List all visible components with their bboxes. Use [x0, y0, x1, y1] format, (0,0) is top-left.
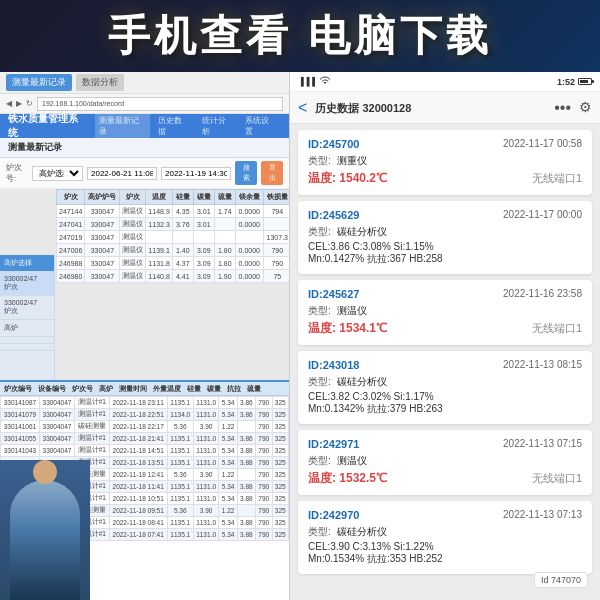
card-date-5: 2022-11-13 07:15 — [503, 438, 582, 450]
nav-forward-btn[interactable]: ▶ — [16, 99, 22, 108]
time-text: 1:52 — [557, 77, 575, 87]
mobile-cards: ID:245700 2022-11-17 00:58 类型: 测重仪 温度: 1… — [290, 124, 600, 600]
settings-icon[interactable]: ⚙ — [579, 99, 592, 117]
id-badge-text: Id 747070 — [541, 575, 581, 585]
signal-icon: ▐▐▐ — [298, 77, 315, 86]
table-row: 246988 330047 测温仪 1131.8 4.37 3.09 1.80 … — [57, 257, 290, 270]
card-port-1: 无线端口1 — [532, 171, 582, 186]
table-row: 246980 330047 测温仪 1140.8 4.41 3.09 1.90 … — [57, 270, 290, 283]
data-card-1[interactable]: ID:245700 2022-11-17 00:58 类型: 测重仪 温度: 1… — [298, 130, 592, 195]
sidebar-item-5[interactable] — [0, 337, 54, 344]
col-blast-furnace: 高炉炉号 — [85, 190, 120, 205]
history-label: 历史数据 32000128 — [315, 102, 411, 114]
card-type-row-3: 类型: 测温仪 — [308, 304, 582, 318]
data-card-5[interactable]: ID:242971 2022-11-13 07:15 类型: 测温仪 温度: 1… — [298, 430, 592, 495]
data-card-2[interactable]: ID:245629 2022-11-17 00:00 类型: 碳硅分析仪 CEL… — [298, 201, 592, 274]
card-type-row-5: 类型: 测温仪 — [308, 454, 582, 468]
right-panel: ▐▐▐ 1:52 < — [290, 72, 600, 600]
table-row: 33014106133004047碳硅测量2022-11-18 22:175.3… — [1, 421, 289, 433]
person-head — [33, 460, 57, 484]
card-date-6: 2022-11-13 07:13 — [503, 509, 582, 521]
card-date-2: 2022-11-17 00:00 — [503, 209, 582, 221]
card-date-4: 2022-11-13 08:15 — [503, 359, 582, 371]
table-row: 33014105533004047测温计#12022-11-18 21:4111… — [1, 433, 289, 445]
back-button[interactable]: < — [298, 99, 307, 117]
sidebar-item-6[interactable] — [0, 344, 54, 351]
card-detail-row-2b: Mn:0.1427% 抗拉:367 HB:258 — [308, 252, 582, 266]
app-title: 铁水质量管理系统 — [8, 112, 87, 140]
status-right: 1:52 — [557, 77, 592, 87]
col-c: 碳量 — [193, 190, 214, 205]
id-badge: Id 747070 — [534, 572, 588, 588]
mobile-status-bar: ▐▐▐ 1:52 — [290, 72, 600, 92]
url-text: 192.168.1.100/data/record — [42, 100, 124, 107]
card-type-row-6: 类型: 碳硅分析仪 — [308, 525, 582, 539]
card-id-2: ID:245629 — [308, 209, 359, 221]
card-header-5: ID:242971 2022-11-13 07:15 — [308, 438, 582, 450]
card-port-3: 无线端口1 — [532, 321, 582, 336]
data-card-3[interactable]: ID:245627 2022-11-16 23:58 类型: 测温仪 温度: 1… — [298, 280, 592, 345]
tab-inactive[interactable]: 数据分析 — [76, 74, 124, 91]
person-image — [0, 460, 90, 600]
top-banner: 手机查看 电脑下载 — [0, 0, 600, 72]
back-arrow-icon: < — [298, 99, 307, 117]
export-button[interactable]: 导出 — [261, 161, 283, 185]
status-left: ▐▐▐ — [298, 76, 335, 88]
address-bar[interactable]: 192.168.1.100/data/record — [37, 97, 283, 111]
nav-icons: ••• ⚙ — [554, 99, 592, 117]
search-button[interactable]: 搜索 — [235, 161, 257, 185]
data-card-6[interactable]: ID:242970 2022-11-13 07:13 类型: 碳硅分析仪 CEL… — [298, 501, 592, 574]
col-type: 炉次 — [120, 190, 146, 205]
card-id-1: ID:245700 — [308, 138, 359, 150]
col-temp: 温度 — [146, 190, 172, 205]
app-nav-item-4[interactable]: 系统设置 — [241, 113, 281, 139]
card-header-1: ID:245700 2022-11-17 00:58 — [308, 138, 582, 150]
more-icon[interactable]: ••• — [554, 99, 571, 117]
data-card-4[interactable]: ID:243018 2022-11-13 08:15 类型: 碳硅分析仪 CEL… — [298, 351, 592, 424]
filter-furnace-select[interactable]: 高炉选择 — [32, 166, 83, 181]
card-header-4: ID:243018 2022-11-13 08:15 — [308, 359, 582, 371]
card-id-6: ID:242970 — [308, 509, 359, 521]
filter-date-to[interactable] — [161, 167, 231, 180]
card-date-1: 2022-11-17 00:58 — [503, 138, 582, 150]
table-row: 33014108733004047测温计#12022-11-18 23:1111… — [1, 397, 289, 409]
nav-title: 历史数据 32000128 — [315, 100, 546, 116]
mobile-nav: < 历史数据 32000128 ••• ⚙ — [290, 92, 600, 124]
app-nav-item-3[interactable]: 统计分析 — [198, 113, 238, 139]
nav-back-btn[interactable]: ◀ — [6, 99, 12, 108]
person-silhouette — [10, 480, 80, 600]
app-nav: 测量最新记录 历史数据 统计分析 系统设置 — [95, 113, 281, 139]
card-id-5: ID:242971 — [308, 438, 359, 450]
app-nav-item-1[interactable]: 测量最新记录 — [95, 113, 150, 139]
card-temp-3: 温度: 1534.1℃ — [308, 320, 387, 337]
col-loss: 铁损量 — [263, 190, 289, 205]
card-detail-row-4b: Mn:0.1342% 抗拉:379 HB:263 — [308, 402, 582, 416]
card-detail-row-6b: Mn:0.1534% 抗拉:353 HB:252 — [308, 552, 582, 566]
col-mg: 镁余量 — [235, 190, 263, 205]
sidebar-item-1[interactable]: 高炉选择 — [0, 255, 54, 272]
nav-refresh-btn[interactable]: ↻ — [26, 99, 33, 108]
card-type-row-1: 类型: 测重仪 — [308, 154, 582, 168]
filter-furnace-label: 炉次号: — [6, 162, 28, 184]
wifi-icon — [319, 76, 331, 88]
table-row: 247144 330047 测温仪 1148.9 4.35 3.01 1.74 … — [57, 205, 290, 218]
card-detail-row-6: CEL:3.90 C:3.13% Si:1.22% — [308, 541, 582, 552]
banner-text: 手机查看 电脑下载 — [108, 8, 492, 64]
col-si: 硅量 — [172, 190, 193, 205]
card-header-6: ID:242970 2022-11-13 07:13 — [308, 509, 582, 521]
card-type-row-4: 类型: 碳硅分析仪 — [308, 375, 582, 389]
left-sidebar: 高炉选择 330002/47炉次 330002/47炉次 高炉 — [0, 255, 55, 384]
card-header-2: ID:245629 2022-11-17 00:00 — [308, 209, 582, 221]
sidebar-item-2[interactable]: 330002/47炉次 — [0, 272, 54, 296]
filter-date-from[interactable] — [87, 167, 157, 180]
sidebar-item-3[interactable]: 330002/47炉次 — [0, 296, 54, 320]
col-s: 硫量 — [214, 190, 235, 205]
filter-row: 炉次号: 高炉选择 搜索 导出 — [0, 158, 289, 189]
app-nav-item-2[interactable]: 历史数据 — [154, 113, 194, 139]
card-detail-row-2: CEL:3.86 C:3.08% Si:1.15% — [308, 241, 582, 252]
lower-table-section: 炉次编号 设备编号 炉次号 高炉 测量时间 外量温度 硅量 碳量 抗拉 硫量 测… — [0, 380, 289, 600]
battery-icon — [578, 78, 592, 85]
tab-active[interactable]: 测量最新记录 — [6, 74, 72, 91]
sidebar-item-4[interactable]: 高炉 — [0, 320, 54, 337]
section-title: 测量最新记录 — [8, 142, 62, 152]
